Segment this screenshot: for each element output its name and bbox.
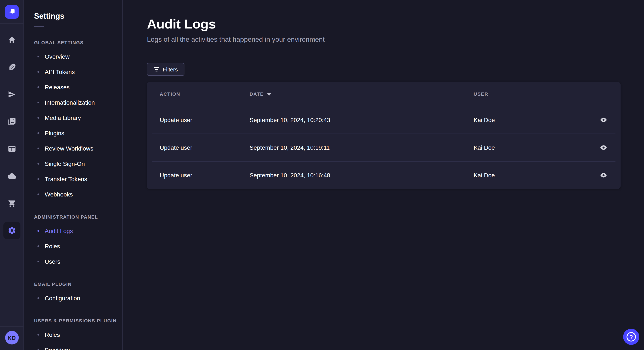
nav-item-label: Media Library <box>45 114 81 122</box>
eye-icon <box>600 144 607 151</box>
bullet-icon <box>38 245 39 247</box>
bullet-icon <box>38 193 39 195</box>
bullet-icon <box>38 334 39 336</box>
bullet-icon <box>38 163 39 165</box>
table-row[interactable]: Update user September 10, 2024, 10:16:48… <box>147 161 620 189</box>
section-administration-panel: Administration Panel <box>34 214 122 220</box>
sidebar-item-deploy[interactable] <box>3 168 20 184</box>
cell-action: Update user <box>160 116 250 123</box>
sidebar-item-content-type-builder[interactable] <box>3 59 20 76</box>
sidebar-item-releases[interactable] <box>3 86 20 103</box>
sidebar-item-marketplace[interactable] <box>3 195 20 212</box>
feather-icon <box>8 63 16 71</box>
bullet-icon <box>38 102 39 103</box>
sidebar-footer: KD <box>0 326 24 350</box>
nav-list-administration-panel: Audit Logs Roles Users <box>34 223 122 269</box>
sidebar-item-internationalization[interactable]: Internationalization <box>34 95 122 110</box>
bullet-icon <box>38 86 39 88</box>
sidebar-item-up-roles[interactable]: Roles <box>34 327 122 342</box>
nav-item-label: Releases <box>45 83 70 91</box>
bullet-icon <box>38 56 39 57</box>
filters-button-label: Filters <box>163 66 178 72</box>
sidebar-item-overview[interactable]: Overview <box>34 49 122 64</box>
sidebar-item-settings[interactable] <box>3 222 20 239</box>
nav-item-label: Internationalization <box>45 98 95 107</box>
page-subtitle: Logs of all the activities that happened… <box>147 35 620 44</box>
sidebar-item-webhooks[interactable]: Webhooks <box>34 187 122 202</box>
sidebar-item-single-sign-on[interactable]: Single Sign-On <box>34 156 122 172</box>
nav-icons <box>3 31 20 239</box>
main-nav-sidebar: KD <box>0 0 24 350</box>
filters-button[interactable]: Filters <box>147 63 185 76</box>
gear-icon <box>8 226 16 235</box>
view-log-button[interactable] <box>597 113 610 127</box>
column-header-date[interactable]: Date <box>250 91 474 97</box>
sidebar-item-email-configuration[interactable]: Configuration <box>34 291 122 306</box>
page-title: Audit Logs <box>147 16 620 32</box>
bullet-icon <box>38 148 39 149</box>
table-header-row: Action Date User <box>147 82 620 106</box>
sidebar-item-admin-users[interactable]: Users <box>34 254 122 269</box>
nav-item-label: Configuration <box>45 294 80 302</box>
logo-cell <box>0 0 24 24</box>
sidebar-item-media-library[interactable] <box>3 113 20 130</box>
main-content: Audit Logs Logs of all the activities th… <box>123 0 644 350</box>
cell-date: September 10, 2024, 10:16:48 <box>250 172 474 178</box>
cell-user: Kai Doe <box>474 116 593 123</box>
sidebar-item-up-providers[interactable]: Providers <box>34 342 122 350</box>
sidebar-item-admin-roles[interactable]: Roles <box>34 239 122 254</box>
nav-item-label: Roles <box>45 331 60 339</box>
user-avatar[interactable]: KD <box>5 331 18 345</box>
table-row[interactable]: Update user September 10, 2024, 10:19:11… <box>147 134 620 161</box>
nav-list-email-plugin: Configuration <box>34 291 122 306</box>
layout-icon <box>8 145 16 153</box>
nav-item-label: Transfer Tokens <box>45 175 87 183</box>
table-row[interactable]: Update user September 10, 2024, 10:20:43… <box>147 106 620 134</box>
eye-icon <box>600 171 607 179</box>
cell-action: Update user <box>160 144 250 151</box>
nav-item-label: Audit Logs <box>45 227 73 235</box>
strapi-admin-app: KD Settings Global Settings Overview API… <box>0 0 644 350</box>
bullet-icon <box>38 132 39 134</box>
help-button[interactable]: ? <box>623 329 639 345</box>
nav-item-label: Roles <box>45 242 60 250</box>
sidebar-item-api-tokens[interactable]: API Tokens <box>34 64 122 80</box>
cloud-icon <box>8 172 16 180</box>
strapi-logo-icon <box>8 8 16 15</box>
strapi-logo[interactable] <box>5 5 18 18</box>
question-mark-icon: ? <box>626 332 636 342</box>
subnav-divider <box>34 26 44 27</box>
section-email-plugin: Email Plugin <box>34 281 122 287</box>
sidebar-item-media-library[interactable]: Media Library <box>34 110 122 126</box>
bullet-icon <box>38 178 39 180</box>
column-header-user: User <box>474 91 593 97</box>
bullet-icon <box>38 117 39 119</box>
view-log-button[interactable] <box>597 168 610 182</box>
nav-item-label: Review Workflows <box>45 144 93 153</box>
sidebar-item-audit-logs[interactable]: Audit Logs <box>34 223 122 239</box>
cell-user: Kai Doe <box>474 172 593 178</box>
section-users-permissions-plugin: Users & Permissions Plugin <box>34 318 122 324</box>
shopping-cart-icon <box>8 199 16 207</box>
sidebar-item-review-workflows[interactable]: Review Workflows <box>34 141 122 156</box>
cell-action: Update user <box>160 172 250 178</box>
section-global-settings: Global Settings <box>34 39 122 45</box>
nav-item-label: Single Sign-On <box>45 160 85 168</box>
paper-plane-icon <box>8 90 16 99</box>
sidebar-item-transfer-tokens[interactable]: Transfer Tokens <box>34 172 122 187</box>
nav-item-label: Plugins <box>45 129 64 137</box>
bullet-icon <box>38 230 39 232</box>
nav-item-label: API Tokens <box>45 68 75 76</box>
bullet-icon <box>38 261 39 262</box>
sort-desc-icon <box>267 93 272 95</box>
view-log-button[interactable] <box>597 141 610 154</box>
audit-logs-table: Action Date User Update user September 1… <box>147 82 620 189</box>
bullet-icon <box>38 71 39 73</box>
sidebar-item-home[interactable] <box>3 31 20 48</box>
sidebar-item-content-manager[interactable] <box>3 140 20 157</box>
nav-item-label: Webhooks <box>45 190 73 199</box>
sidebar-item-releases[interactable]: Releases <box>34 80 122 95</box>
subnav-title: Settings <box>34 11 122 21</box>
home-icon <box>8 36 16 44</box>
sidebar-item-plugins[interactable]: Plugins <box>34 126 122 141</box>
